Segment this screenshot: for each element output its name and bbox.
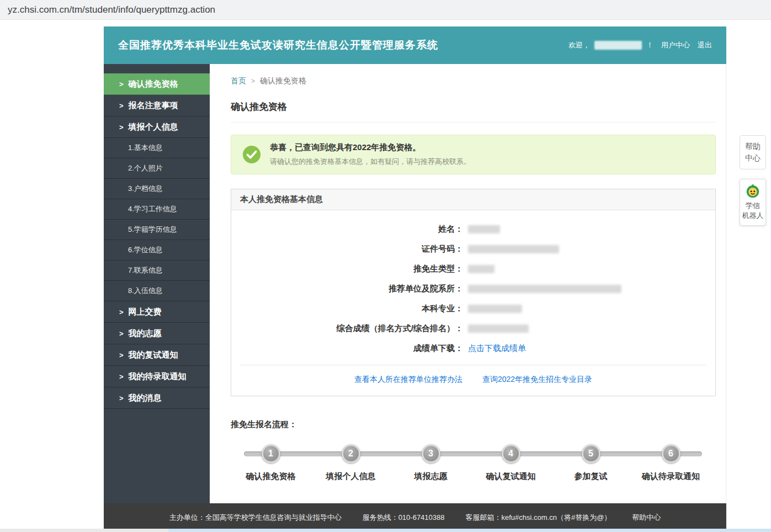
- arrow-icon: >: [119, 123, 124, 131]
- sidebar-item-basic-info[interactable]: 1.基本信息: [104, 138, 210, 158]
- sidebar-item-degree-info[interactable]: 6.学位信息: [104, 240, 210, 260]
- sidebar-item-admission-notice[interactable]: > 我的待录取通知: [104, 366, 210, 387]
- field-label: 证件号码：: [231, 239, 463, 259]
- user-area: 欢迎， ！ 用户中心 退出: [568, 40, 712, 50]
- eligibility-info-panel: 本人推免资格基本信息 姓名： 证件号码： 推免生类型：: [231, 189, 716, 396]
- sidebar-item-label: 我的志愿: [129, 328, 162, 339]
- field-label: 成绩单下载：: [231, 338, 463, 358]
- sidebar-item-student-status-info[interactable]: 5.学籍学历信息: [104, 220, 210, 240]
- window-bottom-edge: [0, 529, 771, 532]
- help-widget-label: 中心: [740, 152, 765, 164]
- query-2022-catalog-link[interactable]: 查询2022年推免生招生专业目录: [482, 375, 592, 385]
- alert-text: 恭喜，已查询到您具有2022年推免资格。 请确认您的推免资格基本信息，如有疑问，…: [270, 142, 471, 167]
- field-row-id-number: 证件号码：: [231, 239, 715, 259]
- robot-icon: [745, 183, 761, 199]
- sidebar-item-registration-notes[interactable]: > 报名注意事项: [104, 95, 210, 116]
- sidebar-item-photo[interactable]: 2.个人照片: [104, 158, 210, 179]
- step-number-badge: 4: [502, 444, 520, 463]
- sidebar-item-label: 我的消息: [129, 393, 162, 403]
- step-number: 5: [588, 449, 593, 459]
- page-title: 确认推免资格: [231, 100, 716, 123]
- step-label: 确认推免资格: [246, 471, 296, 482]
- step-number: 3: [428, 449, 433, 459]
- help-center-widget[interactable]: 帮助 中心: [740, 135, 766, 169]
- sidebar-item-label: 我的待录取通知: [129, 371, 187, 382]
- sidebar-item-contact-info[interactable]: 7.联系信息: [104, 260, 210, 281]
- sidebar-item-personal-info[interactable]: > 填报个人信息: [104, 116, 210, 138]
- sidebar-item-retest-notice[interactable]: > 我的复试通知: [104, 344, 210, 366]
- logout-link[interactable]: 退出: [698, 40, 712, 50]
- field-row-major: 本科专业：: [231, 299, 715, 318]
- sidebar-item-label: 1.基本信息: [128, 143, 163, 153]
- site-footer: 主办单位：全国高等学校学生信息咨询与就业指导中心 服务热线：010-674103…: [104, 503, 726, 532]
- step-number-badge: 6: [662, 444, 680, 463]
- chevron-right-icon: >: [251, 77, 255, 85]
- step-label: 参加复试: [575, 471, 608, 482]
- arrow-icon: >: [119, 102, 124, 110]
- step-number: 2: [348, 449, 353, 459]
- user-center-link[interactable]: 用户中心: [661, 40, 690, 50]
- sidebar-item-label: 6.学位信息: [128, 245, 163, 255]
- redacted-value: [468, 285, 621, 293]
- step-number-badge: 3: [422, 444, 440, 463]
- sidebar-item-household-info[interactable]: 3.户档信息: [104, 179, 210, 199]
- robot-widget-label: 机器人: [740, 211, 765, 221]
- sidebar-item-my-preferences[interactable]: > 我的志愿: [104, 323, 210, 344]
- flow-steps: 1 确认推免资格 2 填报个人信息 3 填报志愿 4: [231, 444, 711, 482]
- sidebar-item-military-info[interactable]: 8.入伍信息: [104, 281, 210, 301]
- field-label: 推免生类型：: [231, 259, 463, 279]
- browser-address-bar[interactable]: yz.chsi.com.cn/tm/student/info/querypttm…: [0, 0, 771, 20]
- check-circle-icon: [242, 145, 261, 164]
- welcome-text: 欢迎，: [568, 40, 590, 50]
- alert-title: 恭喜，已查询到您具有2022年推免资格。: [270, 142, 471, 153]
- field-row-type: 推免生类型：: [231, 259, 715, 279]
- sidebar-item-online-payment[interactable]: > 网上交费: [104, 301, 210, 323]
- sidebar-item-label: 我的复试通知: [129, 350, 178, 360]
- field-row-name: 姓名：: [231, 219, 715, 239]
- arrow-icon: >: [119, 80, 124, 88]
- help-widget-label: 帮助: [740, 141, 765, 152]
- redacted-value: [468, 225, 500, 233]
- sidebar-item-label: 4.学习工作信息: [128, 204, 177, 214]
- sidebar-item-label: 报名注意事项: [129, 100, 178, 111]
- sidebar-item-label: 2.个人照片: [128, 163, 163, 173]
- view-recommendation-rules-link[interactable]: 查看本人所在推荐单位推荐办法: [354, 375, 462, 385]
- sidebar-item-label: 7.联系信息: [128, 265, 163, 275]
- page-url: yz.chsi.com.cn/tm/student/info/querypttm…: [8, 4, 215, 15]
- sidebar-item-study-work-info[interactable]: 4.学习工作信息: [104, 199, 210, 220]
- main-content: 首页 > 确认推免资格 确认推免资格 恭喜，已查询到您具有2022年推免资格。 …: [210, 64, 726, 503]
- field-label: 综合成绩（排名方式/综合排名）：: [231, 318, 463, 338]
- arrow-icon: >: [119, 351, 124, 359]
- flow-step-3: 3 填报志愿: [391, 444, 471, 482]
- panel-links: 查看本人所在推荐单位推荐办法 查询2022年推免生招生专业目录: [240, 365, 706, 396]
- step-number-badge: 2: [342, 444, 360, 463]
- footer-help-center-link[interactable]: 帮助中心: [632, 513, 661, 523]
- application-flow: 推免生报名流程： 1 确认推免资格 2 填报个人信息 3: [231, 419, 716, 482]
- step-number: 4: [508, 449, 513, 459]
- step-number-badge: 5: [582, 444, 600, 463]
- arrow-icon: >: [119, 394, 124, 402]
- redacted-username: [594, 41, 642, 50]
- download-transcript-link[interactable]: 点击下载成绩单: [468, 338, 526, 358]
- footer-organizer: 主办单位：全国高等学校学生信息咨询与就业指导中心: [169, 513, 342, 523]
- step-label: 填报个人信息: [326, 471, 376, 482]
- robot-widget-label: 学信: [740, 201, 765, 211]
- field-label: 推荐单位及院系所：: [231, 279, 463, 299]
- sidebar-item-confirm-eligibility[interactable]: > 确认推免资格: [104, 73, 210, 95]
- panel-title: 本人推免资格基本信息: [231, 189, 715, 210]
- arrow-icon: >: [119, 308, 124, 316]
- footer-hotline: 服务热线：010-67410388: [363, 513, 445, 523]
- flow-title: 推免生报名流程：: [231, 419, 716, 430]
- redacted-value: [468, 265, 494, 273]
- field-row-recommending-unit: 推荐单位及院系所：: [231, 279, 715, 299]
- breadcrumb-home-link[interactable]: 首页: [231, 76, 246, 86]
- redacted-value: [468, 305, 522, 313]
- arrow-icon: >: [119, 329, 124, 338]
- field-row-score: 综合成绩（排名方式/综合排名）：: [231, 318, 715, 338]
- sidebar-item-my-messages[interactable]: > 我的消息: [104, 387, 210, 409]
- panel-body: 姓名： 证件号码： 推免生类型： 推荐单位及院系所：: [231, 210, 715, 396]
- chsi-robot-widget[interactable]: 学信 机器人: [740, 179, 766, 226]
- step-label: 确认待录取通知: [642, 471, 700, 482]
- sidebar-item-label: 8.入伍信息: [128, 286, 163, 296]
- step-label: 确认复试通知: [486, 471, 536, 482]
